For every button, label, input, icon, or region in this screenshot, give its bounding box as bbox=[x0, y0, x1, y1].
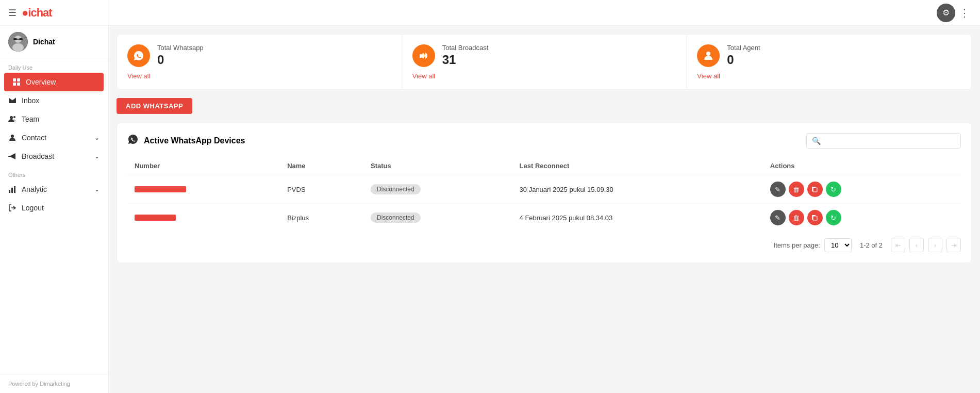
cell-name: PVDS bbox=[280, 175, 363, 204]
logo: ●ichat bbox=[22, 6, 52, 20]
add-whatsapp-button[interactable]: ADD WHATSAPP bbox=[117, 98, 192, 114]
cell-number bbox=[127, 175, 280, 204]
person-icon bbox=[8, 134, 16, 142]
whatsapp-table-icon bbox=[127, 134, 139, 148]
table-row: PVDS Disconnected 30 Januari 2025 pukul … bbox=[127, 175, 961, 204]
svg-rect-8 bbox=[13, 83, 16, 86]
svg-rect-4 bbox=[19, 38, 23, 40]
per-page-select[interactable]: 10 25 50 bbox=[824, 238, 852, 252]
whatsapp-stat-icon bbox=[127, 44, 150, 67]
topbar-actions: ⚙ ⋮ bbox=[937, 4, 970, 22]
col-actions: Actions bbox=[763, 157, 961, 175]
cell-last-reconnect: 30 Januari 2025 pukul 15.09.30 bbox=[512, 175, 763, 204]
svg-rect-14 bbox=[11, 188, 13, 193]
logout-icon bbox=[8, 204, 16, 212]
sidebar-header: ☰ ●ichat bbox=[0, 0, 108, 26]
hamburger-icon[interactable]: ☰ bbox=[8, 7, 16, 19]
page-info: 1-2 of 2 bbox=[860, 241, 883, 249]
settings-button[interactable]: ⚙ bbox=[937, 4, 955, 22]
edit-button[interactable]: ✎ bbox=[770, 210, 786, 225]
cell-number bbox=[127, 204, 280, 232]
prev-page-button[interactable]: ‹ bbox=[909, 238, 924, 252]
stat-viewall-broadcast[interactable]: View all bbox=[412, 72, 676, 80]
svg-rect-19 bbox=[813, 216, 817, 220]
sidebar-item-analytic[interactable]: Analytic ⌄ bbox=[0, 180, 108, 199]
cell-actions: ✎ 🗑 ↻ bbox=[763, 175, 961, 204]
broadcast-stat-icon bbox=[412, 44, 435, 67]
stat-card-whatsapp: Total Whatsapp 0 View all bbox=[117, 35, 402, 89]
stat-label-whatsapp: Total Whatsapp bbox=[157, 44, 204, 52]
next-page-button[interactable]: › bbox=[928, 238, 942, 252]
stat-info-whatsapp: Total Whatsapp 0 bbox=[157, 44, 204, 67]
stats-row: Total Whatsapp 0 View all Total Broadcas… bbox=[117, 34, 972, 90]
status-badge: Disconnected bbox=[371, 212, 421, 223]
delete-button[interactable]: 🗑 bbox=[789, 210, 804, 225]
svg-rect-13 bbox=[9, 190, 10, 193]
svg-rect-9 bbox=[17, 83, 20, 86]
svg-rect-15 bbox=[14, 186, 15, 193]
username: Dichat bbox=[33, 38, 55, 46]
stat-label-broadcast: Total Broadcast bbox=[442, 44, 489, 52]
search-box: 🔍 bbox=[806, 133, 961, 149]
section-daily-use-label: Daily Use bbox=[0, 58, 108, 73]
copy-button[interactable] bbox=[807, 182, 823, 197]
status-badge: Disconnected bbox=[371, 184, 421, 194]
sidebar: ☰ ●ichat Dichat Daily Use Overview bbox=[0, 0, 108, 393]
agent-stat-icon bbox=[697, 44, 720, 67]
more-options-button[interactable]: ⋮ bbox=[959, 7, 970, 19]
sidebar-item-contact-label: Contact bbox=[22, 134, 46, 142]
sidebar-item-overview[interactable]: Overview bbox=[4, 73, 104, 91]
sidebar-item-team[interactable]: Team bbox=[0, 110, 108, 128]
stat-info-broadcast: Total Broadcast 31 bbox=[442, 44, 489, 67]
stat-value-broadcast: 31 bbox=[442, 53, 489, 67]
table-title-text: Active WhatsApp Devices bbox=[144, 136, 245, 145]
refresh-button[interactable]: ↻ bbox=[826, 210, 841, 225]
number-bar bbox=[135, 215, 176, 221]
sidebar-item-inbox[interactable]: Inbox bbox=[0, 91, 108, 110]
first-page-button[interactable]: ⇤ bbox=[891, 238, 905, 252]
user-section: Dichat bbox=[0, 26, 108, 58]
stat-card-agent: Total Agent 0 View all bbox=[687, 35, 971, 89]
sidebar-item-contact[interactable]: Contact ⌄ bbox=[0, 128, 108, 147]
col-last-reconnect: Last Reconnect bbox=[512, 157, 763, 175]
stat-label-agent: Total Agent bbox=[727, 44, 760, 52]
sidebar-item-team-label: Team bbox=[22, 115, 39, 123]
stat-viewall-agent[interactable]: View all bbox=[697, 72, 961, 80]
svg-point-2 bbox=[12, 43, 24, 52]
stat-viewall-whatsapp[interactable]: View all bbox=[127, 72, 391, 80]
cell-status: Disconnected bbox=[363, 175, 512, 204]
chevron-down-icon-broadcast: ⌄ bbox=[94, 153, 99, 160]
sidebar-item-broadcast-label: Broadcast bbox=[22, 152, 54, 160]
svg-rect-6 bbox=[13, 78, 16, 81]
sidebar-item-broadcast[interactable]: Broadcast ⌄ bbox=[0, 147, 108, 166]
delete-button[interactable]: 🗑 bbox=[789, 182, 804, 197]
sidebar-item-logout-label: Logout bbox=[22, 204, 44, 212]
number-bar bbox=[135, 186, 186, 192]
col-number: Number bbox=[127, 157, 280, 175]
cell-actions: ✎ 🗑 ↻ bbox=[763, 204, 961, 232]
search-icon: 🔍 bbox=[812, 137, 821, 145]
sidebar-item-logout[interactable]: Logout bbox=[0, 199, 108, 217]
svg-point-17 bbox=[706, 52, 710, 56]
edit-button[interactable]: ✎ bbox=[770, 182, 786, 197]
main-content: ⚙ ⋮ Total Whatsapp 0 View all bbox=[108, 0, 980, 393]
cell-name: Bizplus bbox=[280, 204, 363, 232]
avatar bbox=[8, 32, 28, 52]
table-title: Active WhatsApp Devices bbox=[127, 134, 245, 148]
table-section: Active WhatsApp Devices 🔍 Number Name St… bbox=[117, 122, 972, 263]
search-input[interactable] bbox=[824, 137, 955, 145]
megaphone-icon bbox=[8, 152, 16, 160]
table-row: Bizplus Disconnected 4 Februari 2025 puk… bbox=[127, 204, 961, 232]
sidebar-footer: Powered by Dimarketing bbox=[0, 374, 108, 393]
col-name: Name bbox=[280, 157, 363, 175]
section-others-label: Others bbox=[0, 166, 108, 180]
copy-button[interactable] bbox=[807, 210, 823, 225]
last-page-button[interactable]: ⇥ bbox=[946, 238, 961, 252]
refresh-button[interactable]: ↻ bbox=[826, 182, 841, 197]
svg-rect-7 bbox=[17, 78, 20, 81]
stat-value-agent: 0 bbox=[727, 53, 760, 67]
chevron-down-icon-analytic: ⌄ bbox=[94, 186, 99, 193]
sidebar-item-overview-label: Overview bbox=[26, 78, 56, 86]
svg-rect-16 bbox=[420, 54, 422, 58]
svg-point-12 bbox=[11, 135, 14, 138]
